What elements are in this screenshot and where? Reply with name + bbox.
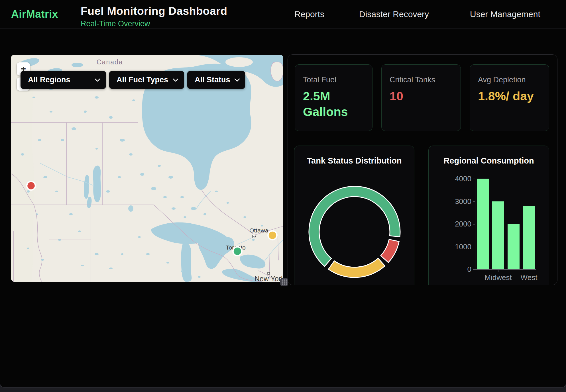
- recent-alerts-section: Recent Alerts Tank 2: Low fuel warning 3…: [0, 285, 566, 387]
- tank-status-distribution-card: Tank Status Distribution: [294, 146, 414, 285]
- y-tick-label: 2000: [429, 220, 471, 228]
- donut-segment-yellow: [328, 258, 385, 277]
- bar-3: [523, 206, 535, 269]
- tank-map[interactable]: Canada Ottawa Toronto New York − + All R…: [11, 55, 283, 282]
- stat-label: Critical Tanks: [390, 75, 453, 84]
- nav-item-disaster-recovery[interactable]: Disaster Recovery: [359, 0, 429, 28]
- y-tick-mark: [473, 247, 475, 247]
- stat-label: Avg Depletion: [478, 75, 541, 84]
- nav-item-user-management[interactable]: User Management: [470, 0, 540, 28]
- bar-1: [492, 201, 504, 270]
- region-filter-label: All Regions: [28, 75, 70, 84]
- x-tick-mark: [529, 270, 529, 272]
- stat-value: 1.8%/ day: [478, 88, 541, 104]
- x-tick-mark: [498, 270, 498, 272]
- regional-consumption-bar-chart: 01000200030004000MidwestWest: [429, 146, 549, 285]
- map-filter-bar: All Regions All Fuel Types All Status: [21, 71, 245, 89]
- window-bottom-edge: [0, 387, 566, 392]
- stat-value: 2.5M Gallons: [303, 88, 366, 120]
- donut-segment-red: [381, 239, 399, 262]
- page-subtitle: Real-Time Overview: [81, 19, 227, 28]
- chevron-down-icon: [234, 78, 240, 82]
- chevron-down-icon: [173, 78, 178, 82]
- status-filter-label: All Status: [195, 75, 230, 84]
- fuel-type-filter-label: All Fuel Types: [117, 75, 168, 84]
- nav-item-reports[interactable]: Reports: [294, 0, 324, 28]
- y-tick-label: 3000: [429, 197, 471, 206]
- bar-0: [477, 179, 489, 269]
- stat-value: 10: [390, 88, 452, 104]
- status-filter-dropdown[interactable]: All Status: [187, 71, 245, 89]
- brand-logo: AirMatrix: [11, 0, 58, 28]
- y-tick-label: 1000: [429, 242, 471, 251]
- new-york-city-dot: [268, 272, 270, 274]
- y-tick-mark: [473, 179, 475, 179]
- x-axis-line: [475, 269, 536, 270]
- map-label-new-york: New York: [255, 275, 283, 282]
- metrics-panel: Total Fuel 2.5M Gallons Critical Tanks 1…: [288, 54, 557, 285]
- stat-card-total-fuel: Total Fuel 2.5M Gallons: [295, 64, 372, 131]
- map-drag-handle-icon[interactable]: [280, 278, 288, 286]
- chevron-down-icon: [95, 78, 100, 82]
- map-label-ottawa: Ottawa: [249, 227, 268, 234]
- y-tick-mark: [473, 269, 475, 270]
- fuel-type-filter-dropdown[interactable]: All Fuel Types: [109, 71, 184, 89]
- y-tick-mark: [473, 201, 475, 202]
- header-bar: AirMatrix Fuel Monitoring Dashboard Real…: [0, 0, 566, 28]
- y-axis-line: [475, 179, 475, 270]
- dashboard-window: AirMatrix Fuel Monitoring Dashboard Real…: [0, 0, 566, 387]
- stat-card-critical-tanks: Critical Tanks 10: [381, 64, 461, 131]
- bar-2: [508, 224, 520, 269]
- y-tick-label: 0: [429, 265, 471, 274]
- stat-label: Total Fuel: [303, 75, 364, 84]
- region-filter-dropdown[interactable]: All Regions: [21, 71, 106, 89]
- map-label-canada: Canada: [97, 58, 123, 66]
- tank-marker-normal[interactable]: [233, 247, 242, 256]
- regional-consumption-card: Regional Consumption 01000200030004000Mi…: [428, 146, 549, 285]
- tank-marker-warning[interactable]: [268, 231, 277, 240]
- x-tick-label: West: [509, 273, 549, 282]
- stat-card-avg-depletion: Avg Depletion 1.8%/ day: [470, 64, 549, 131]
- page-title: Fuel Monitoring Dashboard: [81, 5, 227, 17]
- y-tick-mark: [473, 224, 475, 224]
- y-tick-label: 4000: [429, 174, 471, 183]
- tank-marker-critical[interactable]: [27, 181, 35, 190]
- tank-status-donut-chart: [294, 146, 415, 285]
- title-block: Fuel Monitoring Dashboard Real-Time Over…: [81, 5, 227, 28]
